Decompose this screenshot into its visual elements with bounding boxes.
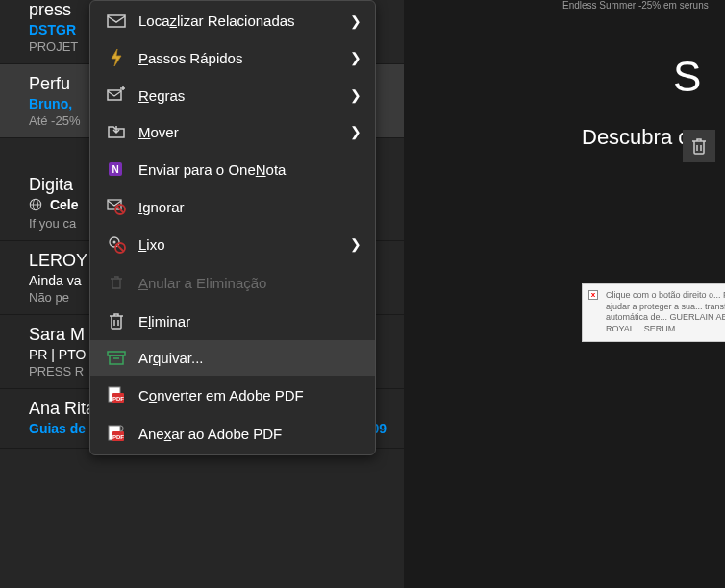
svg-text:PDF: PDF [112, 396, 124, 402]
junk-icon [104, 234, 129, 254]
lightning-icon [104, 48, 129, 67]
svg-text:PDF: PDF [112, 434, 124, 440]
trash-icon [104, 311, 129, 331]
svg-rect-4 [108, 90, 121, 100]
envelope-icon [104, 13, 129, 29]
menu-label: Enviar para o OneNota [138, 161, 362, 178]
menu-label: Converter em Adobe PDF [138, 387, 362, 404]
trash-icon [689, 136, 709, 156]
svg-line-13 [117, 245, 124, 252]
menu-label: Mover [138, 124, 342, 140]
menu-localizar-relacionadas[interactable]: Locazlizar Relacionadas ❯ [90, 3, 375, 38]
chevron-right-icon: ❯ [350, 124, 362, 139]
chevron-right-icon: ❯ [350, 236, 362, 252]
svg-text:N: N [112, 164, 118, 175]
menu-mover[interactable]: Mover ❯ [90, 113, 375, 150]
blocked-image-placeholder[interactable]: x Clique com o botão direito o... Para a… [582, 283, 725, 342]
promo-headline: S [673, 53, 701, 101]
menu-eliminar[interactable]: Eliminar [90, 302, 375, 340]
chevron-right-icon: ❯ [350, 50, 362, 65]
menu-label: Arquivar... [138, 350, 362, 366]
archive-icon [104, 351, 129, 366]
menu-anular-eliminacao: Anular a Eliminação [90, 263, 375, 302]
reading-pane: Endless Summer -25% em seruns S Descubra… [423, 0, 725, 588]
menu-regras[interactable]: Regras ❯ [90, 77, 375, 113]
undo-delete-icon [104, 273, 129, 292]
menu-label: Passos Rápidos [138, 50, 342, 66]
menu-label: Eliminar [138, 313, 362, 330]
chevron-right-icon: ❯ [350, 13, 362, 29]
promo-banner-text: Endless Summer -25% em seruns [562, 0, 725, 11]
menu-label: Anexar ao Adobe PDF [138, 426, 362, 442]
menu-label: Lixo [138, 236, 342, 253]
menu-converter-pdf[interactable]: PDF Converter em Adobe PDF [90, 376, 375, 414]
menu-arquivar[interactable]: Arquivar... [90, 340, 375, 376]
menu-label: Ignorar [138, 199, 362, 215]
menu-anexar-pdf[interactable]: PDF Anexar ao Adobe PDF [90, 414, 375, 453]
svg-rect-3 [108, 15, 125, 27]
menu-ignorar[interactable]: Ignorar [90, 188, 375, 225]
adobe-pdf-attach-icon: PDF [104, 424, 129, 443]
blocked-image-text: Clique com o botão direito o... Para aju… [606, 290, 725, 333]
menu-label: Anular a Eliminação [138, 275, 362, 291]
menu-label: Locazlizar Relacionadas [138, 12, 342, 29]
menu-passos-rapidos[interactable]: Passos Rápidos ❯ [90, 38, 375, 77]
email-subject-text: Cele [50, 197, 79, 212]
svg-rect-15 [110, 355, 123, 364]
globe-icon [29, 198, 42, 214]
menu-label: Regras [138, 87, 342, 104]
menu-lixo[interactable]: Lixo ❯ [90, 225, 375, 263]
ignore-icon [104, 198, 129, 215]
svg-point-11 [113, 241, 116, 244]
blocked-x-icon: x [588, 290, 598, 300]
rules-icon [104, 86, 129, 104]
move-folder-icon [104, 123, 129, 140]
delete-button[interactable] [683, 130, 715, 162]
context-menu: Locazlizar Relacionadas ❯ Passos Rápidos… [89, 0, 376, 455]
promo-subtitle: Descubra o [582, 125, 690, 150]
menu-onenote[interactable]: N Enviar para o OneNota [90, 150, 375, 188]
chevron-right-icon: ❯ [350, 87, 362, 103]
adobe-pdf-icon: PDF [104, 385, 129, 404]
onenote-icon: N [104, 159, 129, 179]
